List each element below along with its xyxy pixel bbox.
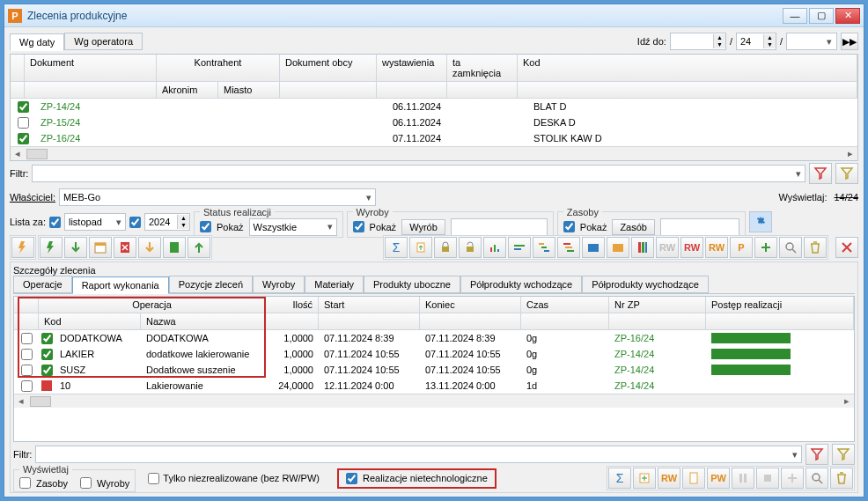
pw-icon[interactable]: PW bbox=[707, 468, 730, 489]
row-check[interactable] bbox=[41, 349, 53, 360]
search2-icon[interactable] bbox=[805, 468, 828, 489]
col-czas[interactable]: Czas bbox=[521, 297, 609, 313]
plus-icon[interactable] bbox=[754, 237, 777, 258]
maximize-button[interactable]: ▢ bbox=[809, 8, 834, 24]
wyroby-check[interactable] bbox=[80, 477, 92, 489]
doc-orange-icon[interactable] bbox=[682, 468, 705, 489]
table-row[interactable]: DODATKOWA DODATKOWA 1,0000 07.11.2024 8:… bbox=[14, 330, 854, 346]
lock-icon[interactable] bbox=[434, 237, 457, 258]
col-operacja[interactable]: Operacja bbox=[39, 297, 266, 313]
close-button[interactable]: ✕ bbox=[835, 8, 860, 24]
col-miasto[interactable]: Miasto bbox=[218, 82, 280, 98]
filter-edit-button[interactable] bbox=[835, 163, 858, 184]
col-kod[interactable]: Kod bbox=[39, 313, 141, 329]
search-icon[interactable] bbox=[779, 237, 802, 258]
tab-pozycje[interactable]: Pozycje zleceń bbox=[169, 276, 253, 293]
trash-icon[interactable] bbox=[804, 237, 827, 258]
col-docext[interactable]: Dokument obcy bbox=[280, 55, 377, 81]
goto-next-button[interactable]: ▶▶ bbox=[841, 33, 858, 50]
toolbar-close-button[interactable] bbox=[835, 237, 858, 258]
col-koniec[interactable]: Koniec bbox=[420, 297, 521, 313]
month-combo[interactable]: listopad▾ bbox=[64, 213, 126, 231]
ops-scroll-h[interactable]: ◂▸ bbox=[14, 394, 854, 408]
row-select[interactable] bbox=[21, 365, 33, 376]
goto-spin-2[interactable]: ▲▼ bbox=[736, 33, 776, 50]
table-row[interactable]: ZP-16/24 07.11.2024 STOLIK KAW D bbox=[11, 130, 857, 146]
row-check[interactable] bbox=[41, 333, 53, 344]
orders-scroll-h[interactable]: ◂▸ bbox=[11, 146, 857, 160]
sigma-icon[interactable]: Σ bbox=[385, 237, 408, 258]
plus2-icon[interactable] bbox=[781, 468, 804, 489]
pause-gray-icon[interactable] bbox=[732, 468, 754, 489]
table-row[interactable]: SUSZ Dodatkowe suszenie 1,0000 07.11.202… bbox=[14, 362, 854, 378]
stop-gray-icon[interactable] bbox=[756, 468, 779, 489]
rw-red-icon[interactable]: RW bbox=[680, 237, 703, 258]
tab-operacje[interactable]: Operacje bbox=[13, 276, 72, 293]
rw-gray-icon[interactable]: RW bbox=[656, 237, 679, 258]
col-start[interactable]: Start bbox=[319, 297, 420, 313]
col-akronim[interactable]: Akronim bbox=[157, 82, 218, 98]
table-row[interactable]: ZP-15/24 06.11.2024 DESKA D bbox=[11, 114, 857, 130]
bolt-icon[interactable] bbox=[11, 237, 34, 258]
down-yellow-icon[interactable] bbox=[138, 237, 161, 258]
chart1-icon[interactable] bbox=[483, 237, 506, 258]
nontech-check[interactable] bbox=[346, 473, 357, 484]
col-postep[interactable]: Postęp realizacji bbox=[706, 297, 854, 313]
tab-uboczne[interactable]: Produkty uboczne bbox=[364, 276, 460, 293]
resource-button[interactable]: Zasób bbox=[612, 219, 655, 235]
table-row[interactable]: LAKIER dodatkowe lakierowanie 1,0000 07.… bbox=[14, 346, 854, 362]
trash2-icon[interactable] bbox=[830, 468, 853, 489]
row-select[interactable] bbox=[21, 380, 33, 392]
col-nazwa[interactable]: Nazwa bbox=[141, 313, 266, 329]
col-closed[interactable]: ta zamknięcia bbox=[447, 55, 518, 81]
up-green-icon[interactable] bbox=[188, 237, 210, 258]
zasoby-check[interactable] bbox=[19, 477, 31, 489]
tab-by-operator[interactable]: Wg operatora bbox=[64, 33, 143, 50]
resource-input[interactable] bbox=[660, 218, 739, 236]
tab-raport[interactable]: Raport wykonania bbox=[72, 276, 169, 294]
only-unrealized-check[interactable] bbox=[148, 473, 159, 484]
filter-combo[interactable]: ▾ bbox=[32, 165, 805, 182]
product-button[interactable]: Wyrób bbox=[401, 219, 445, 235]
tab-materialy[interactable]: Materiały bbox=[305, 276, 364, 293]
col-contractor[interactable]: Kontrahent bbox=[157, 55, 280, 81]
products-show-check[interactable] bbox=[353, 221, 364, 232]
col-issued[interactable]: wystawienia bbox=[377, 55, 447, 81]
owner-combo[interactable]: MEB-Go▾ bbox=[59, 188, 376, 206]
row-check[interactable] bbox=[18, 117, 29, 129]
row-check[interactable] bbox=[18, 133, 29, 144]
books-icon[interactable] bbox=[631, 237, 654, 258]
flag-red-icon[interactable] bbox=[114, 237, 136, 258]
filter2-combo[interactable]: ▾ bbox=[35, 446, 802, 463]
tab-polout[interactable]: Półprodukty wychodzące bbox=[582, 276, 709, 293]
rw2-icon[interactable]: RW bbox=[658, 468, 680, 489]
calendar-icon[interactable] bbox=[89, 237, 112, 258]
table-row[interactable]: 10 Lakierowanie 24,0000 12.11.2024 0:00 … bbox=[14, 378, 854, 394]
chart2-icon[interactable] bbox=[508, 237, 531, 258]
filter2-clear-button[interactable] bbox=[805, 444, 828, 465]
p-orange-icon[interactable]: P bbox=[730, 237, 753, 258]
folder1-icon[interactable] bbox=[582, 237, 605, 258]
resources-show-check[interactable] bbox=[563, 221, 575, 232]
row-check[interactable] bbox=[41, 365, 53, 376]
row-select[interactable] bbox=[21, 333, 33, 344]
gantt2-icon[interactable] bbox=[557, 237, 580, 258]
tab-polin[interactable]: Półprodukty wchodzące bbox=[460, 276, 582, 293]
col-nrzp[interactable]: Nr ZP bbox=[609, 297, 706, 313]
col-ilosc[interactable]: Ilość bbox=[266, 297, 319, 313]
filter-clear-button[interactable] bbox=[809, 163, 832, 184]
unlock-icon[interactable] bbox=[459, 237, 482, 258]
sheet-green-icon[interactable] bbox=[163, 237, 186, 258]
tab-by-date[interactable]: Wg daty bbox=[10, 33, 64, 51]
rw-orange-icon[interactable]: RW bbox=[705, 237, 728, 258]
sigma2-icon[interactable]: Σ bbox=[608, 468, 631, 489]
year-check[interactable] bbox=[129, 217, 141, 228]
tab-wyroby[interactable]: Wyroby bbox=[253, 276, 305, 293]
goto-combo[interactable]: ▾ bbox=[786, 33, 837, 50]
row-select[interactable] bbox=[21, 349, 33, 360]
gear-icon-button[interactable] bbox=[749, 211, 772, 232]
folder2-icon[interactable] bbox=[607, 237, 629, 258]
table-row[interactable]: ZP-14/24 06.11.2024 BLAT D bbox=[11, 99, 857, 114]
down-green-icon[interactable] bbox=[64, 237, 87, 258]
status-show-check[interactable] bbox=[200, 221, 211, 232]
